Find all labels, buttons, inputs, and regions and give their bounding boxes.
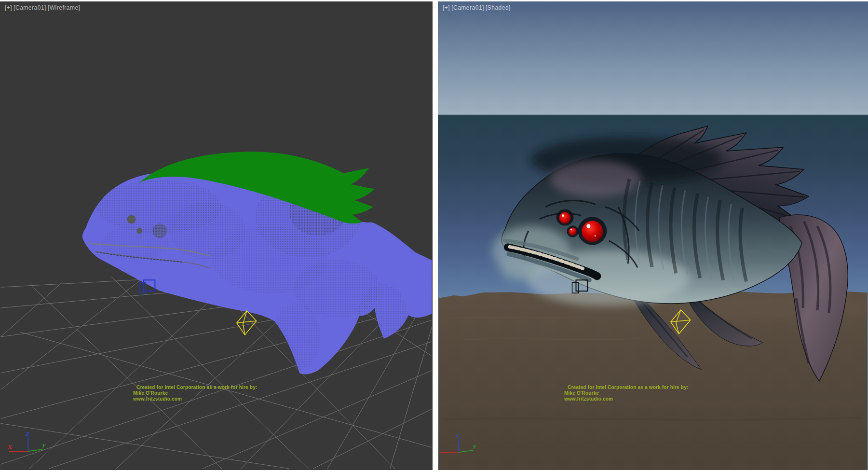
viewport-label-right: [+][Camera01][Shaded] — [443, 4, 512, 11]
max-viewport-area: X y Z [+][Camera01][Wireframe] Created f… — [0, 0, 868, 472]
eye-small — [137, 228, 143, 234]
viewport-menu-expand[interactable]: [+] — [443, 4, 450, 11]
eye-red-large — [582, 221, 603, 242]
axis-y-label: y — [41, 442, 46, 448]
credit-text-shaded: Created for Intel Corporation as a work … — [564, 385, 688, 402]
credit-line-2: Mike O'Rourke — [133, 390, 257, 396]
credit-line-3: www.fritzstudio.com — [564, 396, 688, 402]
axis-z-label: Z — [25, 431, 30, 437]
viewport-wireframe[interactable]: X y Z [+][Camera01][Wireframe] Created f… — [0, 1, 433, 470]
viewport-menu-expand[interactable]: [+] — [5, 4, 12, 11]
credit-line-3: www.fritzstudio.com — [133, 396, 257, 402]
bone-helper-octahedron[interactable] — [237, 311, 257, 335]
world-axis-tripod — [9, 437, 42, 451]
viewport-label-left: [+][Camera01][Wireframe] — [5, 4, 81, 11]
viewport-menu-shading[interactable]: [Shaded] — [486, 4, 511, 11]
credit-text-wireframe: Created for Intel Corporation as a work … — [133, 385, 257, 402]
viewport-menu-camera[interactable]: [Camera01] — [451, 4, 484, 11]
eye-large — [127, 215, 136, 224]
top-border — [0, 0, 868, 1]
viewport-menu-shading[interactable]: [Wireframe] — [48, 4, 81, 11]
viewport-menu-camera[interactable]: [Camera01] — [14, 4, 46, 11]
axis-x-label: X — [7, 444, 13, 450]
credit-line-1: Created for Intel Corporation as a work … — [133, 385, 257, 390]
bottom-border — [0, 470, 868, 472]
credit-line-1: Created for Intel Corporation as a work … — [564, 385, 688, 390]
eye-red-medium — [559, 212, 571, 224]
fish-model-wireframe[interactable] — [82, 152, 432, 374]
viewport-shaded[interactable]: y z [+][Camera01][Shaded] Created for In… — [438, 1, 868, 470]
viewport-divider[interactable] — [433, 0, 438, 472]
eye-red-small — [569, 228, 577, 236]
credit-line-2: Mike O'Rourke — [564, 390, 688, 396]
